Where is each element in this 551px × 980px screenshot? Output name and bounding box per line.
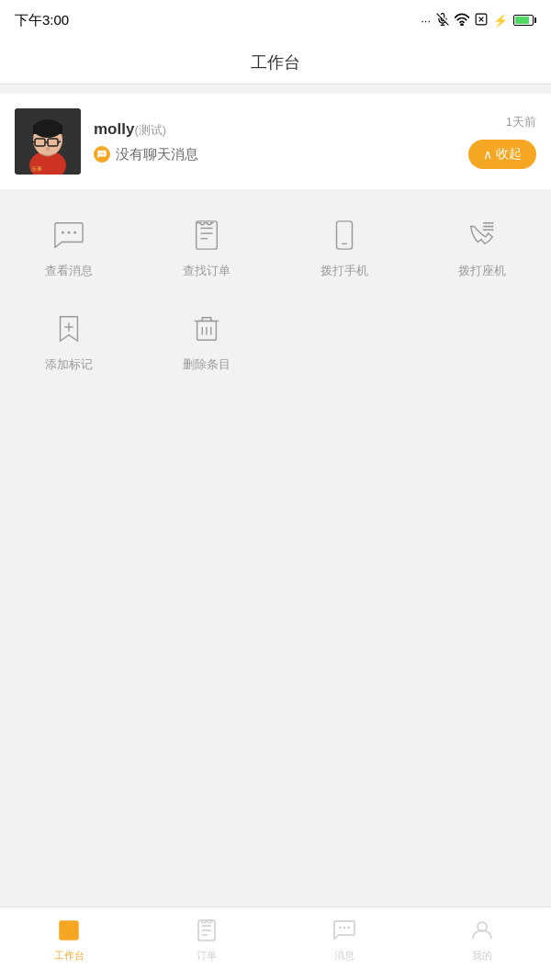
status-icons: ··· ⚡	[421, 13, 536, 28]
tab-workbench[interactable]: 工作台	[0, 918, 138, 970]
svg-point-40	[491, 226, 493, 228]
action-call-mobile-label: 拨打手机	[320, 263, 368, 279]
action-delete-item-label: 删除条目	[183, 356, 231, 373]
svg-point-41	[485, 229, 487, 231]
tab-workbench-label: 工作台	[54, 949, 84, 963]
user-info: molly (测试) 没有聊天消息	[94, 120, 468, 163]
svg-point-22	[103, 153, 104, 154]
bookmark-icon	[51, 310, 87, 347]
chat-icon	[51, 217, 87, 253]
action-view-message[interactable]: 查看消息	[0, 198, 138, 292]
svg-rect-26	[197, 221, 218, 249]
svg-point-36	[489, 222, 490, 224]
messages-tab-icon	[332, 918, 357, 943]
action-row-2: 添加标记 删除条目	[0, 292, 551, 386]
status-bar: 下午3:00 ···	[0, 0, 551, 40]
svg-point-37	[491, 222, 493, 224]
action-add-tag-label: 添加标记	[45, 356, 93, 373]
tab-bar: 工作台 订单 消息	[0, 907, 551, 980]
wifi-icon	[455, 13, 469, 28]
svg-point-42	[489, 229, 490, 231]
svg-point-60	[347, 927, 349, 929]
user-name: molly	[94, 120, 134, 139]
tab-profile-label: 我的	[472, 949, 492, 963]
svg-point-39	[489, 226, 490, 228]
order-icon	[188, 217, 225, 253]
tab-messages[interactable]: 消息	[276, 918, 413, 970]
avatar: 乐事	[15, 108, 81, 175]
time-ago: 1天前	[506, 114, 536, 130]
svg-rect-12	[33, 125, 62, 134]
main-content	[0, 395, 551, 907]
action-delete-item[interactable]: 删除条目	[138, 292, 276, 386]
cross-icon	[475, 13, 488, 28]
svg-point-18	[46, 147, 50, 152]
svg-point-20	[100, 153, 101, 154]
tab-messages-label: 消息	[334, 949, 354, 963]
action-find-order[interactable]: 查找订单	[138, 198, 276, 292]
page-title: 工作台	[251, 51, 300, 73]
tab-orders[interactable]: 订单	[138, 918, 276, 970]
svg-point-25	[73, 231, 76, 234]
action-call-desk-label: 拨打座机	[458, 263, 506, 279]
battery-icon	[513, 15, 536, 26]
header: 工作台	[0, 40, 551, 84]
message-dot-icon	[94, 146, 110, 163]
action-add-tag[interactable]: 添加标记	[0, 292, 138, 386]
workbench-tab-icon	[56, 918, 82, 943]
user-tag: (测试)	[134, 122, 166, 139]
collapse-label: 收起	[496, 146, 522, 163]
user-message-row: 没有聊天消息	[94, 146, 468, 163]
trash-icon	[188, 310, 225, 347]
svg-rect-30	[337, 221, 353, 249]
profile-tab-icon	[469, 918, 495, 943]
action-row-1: 查看消息 查找订单 拨打手机	[0, 198, 551, 292]
svg-point-21	[101, 153, 102, 154]
svg-point-3	[461, 24, 463, 26]
svg-point-35	[485, 222, 487, 224]
svg-line-17	[58, 141, 61, 142]
orders-tab-icon	[194, 918, 219, 943]
action-call-desk[interactable]: 拨打座机	[413, 198, 551, 292]
svg-point-24	[68, 231, 71, 234]
svg-point-23	[62, 231, 64, 234]
user-message: 没有聊天消息	[116, 146, 198, 163]
action-view-message-label: 查看消息	[45, 263, 93, 279]
svg-text:乐事: 乐事	[31, 166, 42, 172]
svg-line-16	[32, 141, 35, 142]
desk-phone-icon	[464, 217, 500, 253]
svg-point-59	[343, 927, 345, 929]
signal-icon: ···	[421, 14, 431, 28]
collapse-chevron-icon: ∧	[483, 147, 492, 162]
user-card: 乐事 molly (测试) 没有聊天消息 1天前 ∧ 收起	[0, 94, 551, 189]
svg-point-43	[491, 229, 493, 231]
action-call-mobile[interactable]: 拨打手机	[276, 198, 413, 292]
user-card-right: 1天前 ∧ 收起	[468, 114, 536, 169]
svg-point-58	[339, 927, 341, 929]
mobile-icon	[326, 217, 363, 253]
tab-orders-label: 订单	[197, 949, 217, 963]
action-find-order-label: 查找订单	[183, 263, 231, 279]
svg-point-38	[485, 226, 487, 228]
charge-icon: ⚡	[493, 14, 508, 28]
collapse-button[interactable]: ∧ 收起	[468, 140, 536, 169]
user-name-row: molly (测试)	[94, 120, 468, 139]
mute-icon	[436, 13, 449, 28]
tab-profile[interactable]: 我的	[413, 918, 551, 970]
action-grid: 查看消息 查找订单 拨打手机	[0, 189, 551, 395]
status-time: 下午3:00	[15, 12, 69, 29]
